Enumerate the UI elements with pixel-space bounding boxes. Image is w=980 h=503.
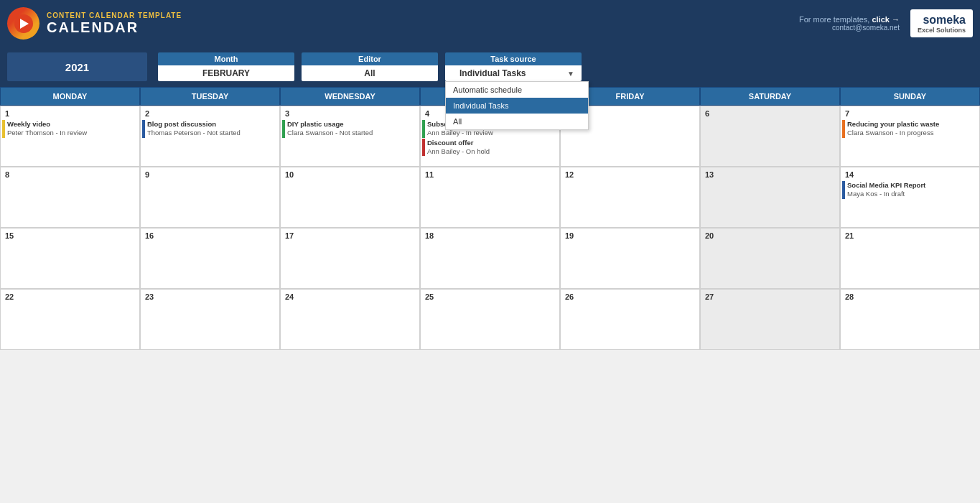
dropdown-option-individual[interactable]: Individual Tasks	[446, 98, 588, 114]
week-4: 22 23 24 25 26 27 28	[0, 289, 980, 350]
someka-brand: someka Excel Solutions	[910, 9, 973, 38]
header: CONTENT CALENDAR TEMPLATE CALENDAR For m…	[0, 0, 980, 47]
cal-day-26: 26	[560, 289, 700, 350]
cal-day-19: 19	[560, 228, 700, 289]
cal-header-monday: MONDAY	[0, 87, 140, 106]
app-logo	[7, 7, 39, 40]
cal-day-12: 12	[560, 167, 700, 228]
cal-day-23: 23	[140, 289, 280, 350]
contact-email: contact@someka.net	[799, 24, 900, 32]
cal-day-16: 16	[140, 228, 280, 289]
cal-day-22: 22	[0, 289, 140, 350]
task-source-filter: Task source Individual Tasks ▼ Automatic…	[445, 52, 582, 81]
month-filter: Month FEBRUARY	[158, 52, 294, 81]
cal-header-saturday: SATURDAY	[700, 87, 840, 106]
cal-day-21: 21	[840, 228, 980, 289]
cal-day-9: 9	[140, 167, 280, 228]
cal-day-17: 17	[280, 228, 420, 289]
dropdown-option-auto[interactable]: Automatic schedule	[446, 82, 588, 98]
cal-day-28: 28	[840, 289, 980, 350]
header-titles: CONTENT CALENDAR TEMPLATE CALENDAR	[47, 11, 182, 36]
cal-day-1: 1 Weekly video Peter Thomson - In review	[0, 106, 140, 167]
cal-day-20: 20	[700, 228, 840, 289]
event-bar	[422, 139, 425, 157]
cal-header-wednesday: WEDNESDAY	[280, 87, 420, 106]
task-source-label: Task source	[445, 52, 582, 65]
cal-day-8: 8	[0, 167, 140, 228]
app-title: CALENDAR	[47, 19, 182, 36]
event-reducing-plastic: Reducing your plastic waste Clara Swanso…	[842, 120, 978, 138]
cal-day-14: 14 Social Media KPI Report Maya Kos - In…	[840, 167, 980, 228]
month-value[interactable]: FEBRUARY	[158, 65, 294, 81]
cal-day-13: 13	[700, 167, 840, 228]
more-templates-text: For more templates, click →	[799, 15, 900, 24]
cal-day-2: 2 Blog post discussion Thomas Peterson -…	[140, 106, 280, 167]
event-social-media-kpi: Social Media KPI Report Maya Kos - In dr…	[842, 181, 978, 199]
editor-value[interactable]: All	[302, 65, 438, 81]
cal-day-6: 6	[700, 106, 840, 167]
editor-filter: Editor All	[302, 52, 438, 81]
cal-day-27: 27	[700, 289, 840, 350]
cal-day-3: 3 DIY plastic usage Clara Swanson - Not …	[280, 106, 420, 167]
header-right: For more templates, click → contact@some…	[799, 9, 973, 38]
cal-day-10: 10	[280, 167, 420, 228]
year-display: 2021	[7, 52, 147, 81]
cal-day-15: 15	[0, 228, 140, 289]
editor-label: Editor	[302, 52, 438, 65]
controls-row: 2021 Month FEBRUARY Editor All Task sour…	[0, 47, 980, 87]
header-left: CONTENT CALENDAR TEMPLATE CALENDAR	[7, 7, 182, 40]
event-bar	[2, 120, 5, 138]
week-2: 8 9 10 11 12 13 14 Social Media KPI Repo…	[0, 167, 980, 228]
month-label: Month	[158, 52, 294, 65]
cal-day-7: 7 Reducing your plastic waste Clara Swan…	[840, 106, 980, 167]
cal-day-11: 11	[420, 167, 560, 228]
event-bar	[142, 120, 145, 138]
event-weekly-video: Weekly video Peter Thomson - In review	[2, 120, 138, 138]
event-blog-post: Blog post discussion Thomas Peterson - N…	[142, 120, 278, 138]
task-source-value[interactable]: Individual Tasks ▼	[445, 65, 582, 81]
cal-day-25: 25	[420, 289, 560, 350]
dropdown-option-all[interactable]: All	[446, 114, 588, 129]
week-3: 15 16 17 18 19 20 21	[0, 228, 980, 289]
template-name: CONTENT CALENDAR TEMPLATE	[47, 11, 182, 19]
cal-header-tuesday: TUESDAY	[140, 87, 280, 106]
cal-day-18: 18	[420, 228, 560, 289]
cal-header-sunday: SUNDAY	[840, 87, 980, 106]
event-discount-offer: Discount offer Ann Bailey - On hold	[422, 139, 558, 157]
task-source-dropdown: Automatic schedule Individual Tasks All	[445, 81, 589, 130]
event-bar	[842, 120, 845, 138]
event-diy: DIY plastic usage Clara Swanson - Not st…	[282, 120, 418, 138]
event-bar	[842, 181, 845, 199]
event-bar	[422, 120, 425, 138]
click-arrow[interactable]: click →	[872, 15, 900, 24]
cal-day-24: 24	[280, 289, 420, 350]
chevron-down-icon: ▼	[567, 70, 574, 78]
event-bar	[282, 120, 285, 138]
